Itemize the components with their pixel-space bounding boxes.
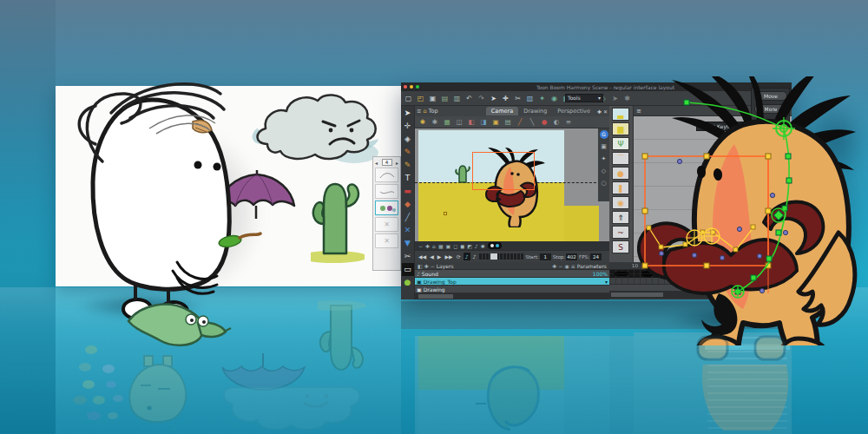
start-frame-field[interactable]: 1	[540, 253, 551, 260]
render-mode-icon[interactable]: ◼	[460, 243, 464, 249]
grid-icon[interactable]: ▦	[442, 118, 452, 126]
pivot-marker[interactable]	[444, 212, 447, 215]
delete-layer-icon[interactable]: −	[431, 263, 435, 269]
dropper-tool[interactable]: ▼	[402, 237, 414, 250]
first-frame-button[interactable]: ◀◀	[418, 253, 427, 260]
hand-icon[interactable]: ◇	[598, 165, 609, 177]
contour-editor-tool[interactable]: ◈	[402, 133, 414, 146]
add-drawing-icon[interactable]: ✚	[552, 263, 556, 269]
sound-toggle-button[interactable]: ♪	[464, 253, 470, 260]
drawing-thumb-row[interactable]	[375, 168, 398, 182]
brush-tool[interactable]: ✎	[402, 146, 414, 159]
onion-next-icon[interactable]: ◨	[478, 118, 489, 126]
thumb-ground[interactable]: ▆	[612, 122, 629, 135]
data-view-icon[interactable]: ≡	[571, 263, 575, 269]
expand-icon[interactable]: ▾	[605, 279, 608, 285]
thumb-hair[interactable]: ⇑	[612, 211, 629, 224]
thumb-cactus[interactable]: Ψ	[612, 137, 629, 150]
shade-icon[interactable]: ◐	[551, 118, 562, 126]
sound-scrub-button[interactable]: ♪	[472, 253, 477, 260]
matte-view-icon[interactable]: ◩	[467, 243, 472, 249]
show-data-icon[interactable]: ◧	[418, 263, 423, 269]
thumb-head[interactable]: ◉	[612, 196, 629, 209]
tab-drawing[interactable]: Drawing	[518, 107, 552, 115]
guides-icon[interactable]: G	[600, 130, 608, 139]
camera-selection-rect[interactable]	[472, 152, 535, 190]
zoom-out-icon[interactable]: −	[418, 243, 423, 249]
export-movie-icon[interactable]: ▤	[439, 92, 450, 105]
select-arrow-icon[interactable]: ➤	[488, 92, 499, 105]
frame-number-field[interactable]: 4	[382, 159, 392, 166]
render-view-icon[interactable]: ➤	[609, 92, 621, 105]
library-icon[interactable]: ▥	[451, 92, 463, 105]
stroke-icon[interactable]: ╲	[527, 118, 537, 126]
thumb-leg[interactable]: ❚	[612, 181, 629, 194]
close-window-button[interactable]	[404, 85, 407, 89]
view-menu-icon[interactable]: ✱	[418, 118, 428, 126]
camera-view[interactable]: G ▣✦◇○	[415, 128, 609, 241]
fps-field[interactable]: 24	[590, 253, 602, 260]
paste-drawing-icon[interactable]: ▧	[524, 92, 536, 105]
tab-camera[interactable]: Camera	[486, 107, 519, 115]
layer-row-drawing[interactable]: ▣ Drawing	[415, 286, 609, 293]
save-icon[interactable]: ▣	[427, 92, 438, 105]
thumb-background[interactable]: ▃	[612, 108, 629, 121]
add-drawing-layer-icon[interactable]: ✦	[536, 92, 548, 105]
thumb-arm[interactable]: ⌒	[612, 152, 629, 165]
line-tool[interactable]: ╱	[402, 211, 414, 224]
empty-thumb-row[interactable]: ✕	[375, 217, 398, 232]
empty-thumb-row[interactable]: ✕	[375, 233, 398, 248]
drawing-thumb-row-selected[interactable]	[375, 201, 398, 215]
hero-character[interactable]	[632, 76, 859, 345]
more-tools-icon[interactable]: ≡	[563, 118, 574, 126]
text-tool[interactable]: T	[402, 172, 414, 185]
cutter-tool[interactable]: ✂	[402, 250, 414, 263]
zoom-in-icon[interactable]: ✚	[425, 243, 430, 249]
add-view-button[interactable]: ✚	[597, 108, 602, 115]
grid-toggle-icon[interactable]: ▦	[438, 243, 444, 249]
line-smooth-icon[interactable]: ╱	[515, 118, 525, 126]
redo-icon[interactable]: ↷	[476, 92, 487, 105]
close-view-button[interactable]: ✕	[603, 108, 608, 115]
home-icon[interactable]: ⌂	[423, 108, 426, 115]
outline-mode-icon[interactable]: ◻	[453, 243, 457, 249]
tool-preset-dropdown[interactable]: Tools ▾	[565, 94, 603, 102]
frame-scrubber[interactable]	[478, 253, 523, 260]
transform-icon[interactable]: ✚	[500, 92, 511, 105]
light-table-icon[interactable]: ◫	[454, 118, 464, 126]
thumb-curl[interactable]: S	[612, 240, 629, 253]
lock-icon[interactable]: ▣	[598, 141, 609, 153]
thumb-body[interactable]: ●	[612, 167, 629, 180]
layer-row-sound[interactable]: ♪ Sound 100%	[415, 270, 609, 278]
flatten-icon[interactable]: ▤	[503, 118, 513, 126]
add-peg-icon[interactable]: ◉	[549, 92, 560, 105]
remove-drawing-icon[interactable]: −	[558, 263, 562, 269]
add-layer-icon[interactable]: ✚	[424, 263, 429, 269]
prev-frame-button[interactable]: ◀	[429, 253, 435, 260]
next-frame-button[interactable]: ▶▶	[444, 253, 453, 260]
stop-frame-field[interactable]: 402	[566, 253, 577, 260]
view-settings-icon[interactable]: ✱	[481, 243, 485, 249]
undo-icon[interactable]: ↶	[464, 92, 475, 105]
next-drawing-button[interactable]: ▸	[396, 160, 398, 166]
select-tool[interactable]: ➤	[402, 107, 414, 120]
show-selection-icon[interactable]: ◉	[564, 263, 569, 269]
timeline-hscrollbar[interactable]	[415, 293, 609, 299]
thumb-mustache[interactable]: ~	[612, 226, 629, 239]
create-drawing-icon[interactable]: ▣	[490, 118, 501, 126]
snap-icon[interactable]: ✦	[598, 153, 609, 165]
paint-tool[interactable]: ◆	[402, 198, 414, 211]
drawing-thumb-row[interactable]	[375, 184, 398, 199]
onion-prev-icon[interactable]: ◧	[466, 118, 477, 126]
prev-drawing-button[interactable]: ◂	[375, 160, 378, 166]
polyline-tool[interactable]: ✕	[402, 224, 414, 237]
panel-menu-icon[interactable]: ≡	[417, 108, 421, 115]
eraser-tool[interactable]: ▬	[402, 185, 414, 198]
layer-row-selected[interactable]: ▣ Drawing_Top ▾	[415, 278, 609, 286]
loop-button[interactable]: ⟳	[456, 253, 462, 260]
transform-tool[interactable]: ✛	[402, 120, 414, 133]
open-scene-icon[interactable]: ◰	[415, 92, 426, 105]
pencil-tool[interactable]: ✎	[402, 159, 414, 172]
sound-volume-param[interactable]: 100%	[593, 271, 608, 277]
new-scene-icon[interactable]: ▢	[403, 92, 414, 105]
